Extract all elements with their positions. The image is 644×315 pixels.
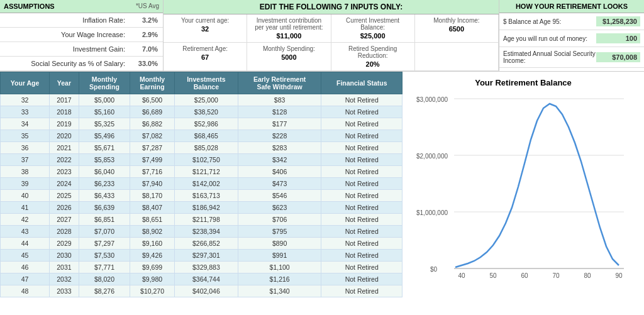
table-cell: $9,160: [130, 238, 175, 250]
social-security-row: Social Security as % of Salary: 33.0%: [0, 57, 163, 71]
table-cell: 44: [1, 238, 50, 250]
table-cell: 2023: [50, 166, 79, 178]
table-cell: Not Retired: [321, 285, 402, 297]
table-cell: $991: [238, 250, 321, 262]
table-row: 452030$7,530$9,426$297,301$991Not Retire…: [1, 250, 402, 262]
th-investments-balance: InvestmentsBalance: [174, 72, 238, 94]
table-cell: 2027: [50, 214, 79, 226]
table-cell: $10,270: [130, 285, 175, 297]
empty-cell: [415, 43, 499, 71]
table-cell: Not Retired: [321, 166, 402, 178]
table-cell: $6,040: [79, 166, 130, 178]
table-cell: 32: [1, 94, 50, 106]
th-early-retirement: Early RetirementSafe Withdraw: [238, 72, 321, 94]
table-cell: 2031: [50, 262, 79, 274]
th-age: Your Age: [1, 72, 50, 94]
table-cell: $8,020: [79, 274, 130, 285]
th-monthly-spending: MonthlySpending: [79, 72, 130, 94]
table-cell: $142,002: [174, 178, 238, 190]
table-row: 472032$8,020$9,980$364,744$1,216Not Reti…: [1, 274, 402, 285]
inflation-label: Inflation Rate:: [5, 16, 125, 24]
table-cell: $402,046: [174, 285, 238, 297]
table-cell: 2024: [50, 178, 79, 190]
table-cell: 35: [1, 130, 50, 142]
balance-age-row: $ Balance at Age 95: $1,258,230: [499, 13, 644, 30]
table-cell: $546: [238, 190, 321, 202]
run-out-label: Age you will run out of money:: [503, 35, 596, 42]
table-cell: 2032: [50, 274, 79, 285]
table-cell: 43: [1, 226, 50, 238]
table-cell: $5,671: [79, 142, 130, 154]
table-cell: $473: [238, 178, 321, 190]
edit-panel: EDIT THE FOLLOWING 7 INPUTS ONLY: Your c…: [164, 0, 499, 71]
current-age-label: Your current age:: [167, 17, 243, 24]
table-cell: 2025: [50, 190, 79, 202]
table-cell: $6,433: [79, 190, 130, 202]
investment-gain-row: Investment Gain: 7.0%: [0, 42, 163, 57]
retirement-table: Your Age Year MonthlySpending MonthlyEar…: [0, 72, 402, 297]
table-cell: 37: [1, 154, 50, 166]
table-cell: $6,500: [130, 94, 175, 106]
table-cell: 2033: [50, 285, 79, 297]
table-row: 402025$6,433$8,170$163,713$546Not Retire…: [1, 190, 402, 202]
inv-contrib-value[interactable]: $11,000: [251, 32, 326, 40]
assumptions-panel: ASSUMPTIONS *US Avg Inflation Rate: 3.2%…: [0, 0, 164, 71]
social-security-value: 33.0%: [133, 60, 158, 67]
table-cell: $5,160: [79, 106, 130, 118]
table-row: 442029$7,297$9,160$266,852$890Not Retire…: [1, 238, 402, 250]
table-cell: Not Retired: [321, 238, 402, 250]
table-cell: 2018: [50, 106, 79, 118]
retired-spending-value[interactable]: 20%: [335, 60, 411, 68]
th-financial-status: Financial Status: [321, 72, 402, 94]
table-cell: $329,883: [174, 262, 238, 274]
social-sec-income-label: Estimated Annual Social Security Income:: [503, 50, 596, 64]
table-cell: $7,771: [79, 262, 130, 274]
edit-grid: Your current age: 32 Investment contribu…: [164, 14, 499, 71]
table-cell: Not Retired: [321, 178, 402, 190]
table-cell: Not Retired: [321, 226, 402, 238]
retirement-age-value[interactable]: 67: [167, 53, 243, 61]
monthly-income-cell: Monthly Income: 6500: [415, 14, 499, 43]
wage-value: 2.9%: [133, 31, 158, 38]
current-age-value[interactable]: 32: [167, 25, 243, 33]
table-cell: 42: [1, 214, 50, 226]
table-cell: $7,716: [130, 166, 175, 178]
table-cell: $8,651: [130, 214, 175, 226]
table-cell: $68,465: [174, 130, 238, 142]
table-cell: 2019: [50, 118, 79, 130]
chart-title: Your Retirement Balance: [475, 78, 572, 87]
monthly-income-value[interactable]: 6500: [419, 25, 494, 33]
edit-panel-header: EDIT THE FOLLOWING 7 INPUTS ONLY:: [164, 0, 499, 14]
table-cell: $7,082: [130, 130, 175, 142]
table-cell: $364,744: [174, 274, 238, 285]
table-cell: $6,639: [79, 202, 130, 214]
table-cell: $186,942: [174, 202, 238, 214]
table-cell: $1,216: [238, 274, 321, 285]
main-section: Your Age Year MonthlySpending MonthlyEar…: [0, 72, 644, 297]
table-cell: Not Retired: [321, 262, 402, 274]
current-balance-cell: Current Investment Balance: $25,000: [331, 14, 415, 43]
run-out-row: Age you will run out of money: 100: [499, 30, 644, 47]
table-row: 462031$7,771$9,699$329,883$1,100Not Reti…: [1, 262, 402, 274]
table-header-row: Your Age Year MonthlySpending MonthlyEar…: [1, 72, 402, 94]
table-cell: $9,699: [130, 262, 175, 274]
table-cell: $8,170: [130, 190, 175, 202]
retired-spending-label: Retired Spending Reduction:: [335, 45, 411, 59]
retirement-age-cell: Retirement Age: 67: [164, 43, 247, 71]
svg-text:$3,000,000: $3,000,000: [416, 96, 448, 103]
inflation-value: 3.2%: [133, 16, 158, 24]
table-cell: $406: [238, 166, 321, 178]
wage-row: Your Wage Increase: 2.9%: [0, 28, 163, 42]
table-row: 332018$5,160$6,689$38,520$128Not Retired: [1, 106, 402, 118]
monthly-spending-label: Monthly Spending:: [251, 45, 326, 52]
table-cell: $1,100: [238, 262, 321, 274]
table-cell: Not Retired: [321, 190, 402, 202]
table-row: 322017$5,000$6,500$25,000$83Not Retired: [1, 94, 402, 106]
balance-age-value: $1,258,230: [596, 16, 640, 26]
monthly-spending-cell: Monthly Spending: 5000: [247, 43, 331, 71]
social-security-label: Social Security as % of Salary:: [5, 60, 125, 67]
table-cell: $163,713: [174, 190, 238, 202]
table-body: 322017$5,000$6,500$25,000$83Not Retired3…: [1, 94, 402, 297]
current-balance-value[interactable]: $25,000: [335, 32, 411, 40]
monthly-spending-value[interactable]: 5000: [251, 53, 326, 61]
